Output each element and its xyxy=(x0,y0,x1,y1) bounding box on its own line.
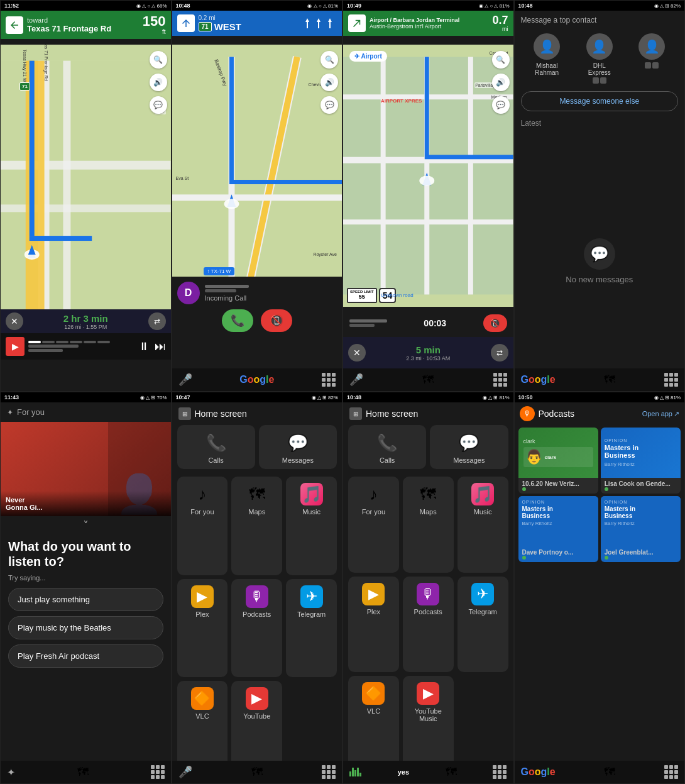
accept-call-btn[interactable]: 📞 xyxy=(222,309,253,332)
search-btn-2[interactable]: 🔍 xyxy=(321,51,338,69)
app-podcasts-6[interactable]: 🎙 Podcasts xyxy=(231,579,282,678)
chevron-down-5[interactable]: ˅ xyxy=(1,516,171,535)
volume-btn-2[interactable]: 🔊 xyxy=(321,74,338,91)
app-maps-6[interactable]: 🗺 Maps xyxy=(231,477,282,575)
time-3: 10:49 xyxy=(347,3,361,9)
apps-grid-4[interactable] xyxy=(664,373,678,387)
screen-2-nav-call: 10:48 ◉ △ ○ △81% 0.2 mi 71 WEST xyxy=(172,0,343,392)
app-calls-6[interactable]: 📞 Calls xyxy=(177,425,255,469)
apps-grid-7[interactable] xyxy=(493,765,507,779)
compass-btn-3[interactable]: 💬 xyxy=(492,96,510,114)
road-shield-71: 71 xyxy=(19,82,30,91)
app-calls-7[interactable]: 📞 Calls xyxy=(348,425,426,469)
nav-close-1[interactable]: ✕ xyxy=(6,312,23,330)
apps-grid-3[interactable] xyxy=(493,373,507,387)
search-btn-3[interactable]: 🔍 xyxy=(492,51,510,69)
end-call-btn[interactable]: 📵 xyxy=(483,314,507,332)
nav-close-3[interactable]: ✕ xyxy=(348,344,366,362)
app-messages-6[interactable]: 💬 Messages xyxy=(259,425,337,469)
mic-icon-3[interactable]: 🎤 xyxy=(349,373,363,387)
mic-icon-6[interactable]: 🎤 xyxy=(178,765,192,779)
svg-rect-22 xyxy=(381,57,386,295)
music-icon-7: 🎵 xyxy=(471,483,494,505)
google-icon-4[interactable]: Google xyxy=(521,374,556,385)
open-app-btn-8[interactable]: Open app ↗ xyxy=(642,410,679,418)
bottom-bar-4: Google 🗺 xyxy=(515,368,685,391)
road-label-71: Texas Hwy 21 W xyxy=(23,49,27,82)
compass-btn-2[interactable]: 💬 xyxy=(321,96,338,114)
suggestion-2[interactable]: Play music by the Beatles xyxy=(8,616,163,639)
compass-btn-1[interactable]: 💬 xyxy=(150,96,167,114)
suggestion-1[interactable]: Just play something xyxy=(8,588,163,611)
suggestion-3[interactable]: Play Fresh Air podcast xyxy=(8,644,163,668)
pause-btn-1[interactable]: ⏸ xyxy=(138,340,150,353)
podcast-item-clark[interactable]: clark 👨 clark 10.6.20 New Veriz... xyxy=(518,428,598,494)
maps-icon-4[interactable]: 🗺 xyxy=(604,373,615,387)
search-btn-1[interactable]: 🔍 xyxy=(150,51,167,69)
podcast-header-left-8: 🎙 Podcasts xyxy=(520,406,575,421)
msg-someone-else-btn[interactable]: Message someone else xyxy=(521,91,679,111)
apps-grid-8[interactable] xyxy=(664,765,678,779)
podcast-thumb-masters1: Opinion Masters inBusiness Barry Ritholt… xyxy=(601,428,681,478)
volume-btn-3[interactable]: 🔊 xyxy=(492,74,510,91)
route-options-1[interactable]: ⇄ xyxy=(148,312,166,330)
contact-third[interactable]: 👤 xyxy=(638,33,665,84)
google-icon-2[interactable]: Google xyxy=(239,374,274,385)
media-controls-1: ⏸ ⏭ xyxy=(138,340,166,353)
svg-rect-24 xyxy=(468,57,473,295)
contact-name-mishaal: MishaalRahman xyxy=(535,62,559,76)
app-telegram-6[interactable]: ✈ Telegram xyxy=(286,579,337,678)
svg-rect-2 xyxy=(63,61,70,317)
podcast-thumb-clark: clark 👨 clark xyxy=(518,428,598,478)
maps-icon-6b[interactable]: 🗺 xyxy=(251,766,263,779)
podcasts-label-6: Podcasts xyxy=(243,610,271,618)
app-foryou-6[interactable]: ♪ For you xyxy=(177,477,228,575)
route-shield-71: 71 xyxy=(199,22,212,31)
no-messages-text: No new messages xyxy=(566,275,633,284)
nav-unit-1: ft xyxy=(143,28,166,35)
podcast-item-third[interactable]: Opinion Masters inBusiness Barry Ritholt… xyxy=(518,496,598,562)
sparkle-icon: ✦ xyxy=(7,408,13,417)
contact-avatar-dhl: 👤 xyxy=(586,33,613,60)
apps-grid-2[interactable] xyxy=(322,373,336,387)
svg-rect-5 xyxy=(26,61,45,317)
podcast-item-masters1[interactable]: Opinion Masters inBusiness Barry Ritholt… xyxy=(601,428,681,494)
status-bar-2: 10:48 ◉ △ ○ △81% xyxy=(172,1,342,11)
nav-distance-label-2: 0.2 mi xyxy=(199,14,300,21)
apps-grid-6[interactable] xyxy=(322,765,336,779)
app-podcasts-7[interactable]: 🎙 Podcasts xyxy=(403,577,454,673)
status-bar-7: 10:48 ◉ △ ⊞81% xyxy=(343,392,513,402)
next-btn-1[interactable]: ⏭ xyxy=(155,340,166,353)
maps-icon-8[interactable]: 🗺 xyxy=(604,766,615,779)
google-maps-icon-3[interactable]: 🗺 xyxy=(422,373,434,387)
maps-icon-5[interactable]: 🗺 xyxy=(77,766,89,779)
podcast-item-joel[interactable]: Opinion Masters inBusiness Barry Ritholt… xyxy=(601,496,681,562)
equalizer-icon-7 xyxy=(349,768,361,776)
contact-avatar-third: 👤 xyxy=(638,33,665,60)
caller-name-bars xyxy=(205,285,249,292)
route-options-3[interactable]: ⇄ xyxy=(491,344,508,362)
mic-icon-2[interactable]: 🎤 xyxy=(178,373,192,387)
app-plex-7[interactable]: ▶ Plex xyxy=(348,577,399,673)
eta-section-1: 2 hr 3 min 126 mi · 1:55 PM xyxy=(23,313,148,330)
status-bar-4: 10:48 ◉ △ ⊞82% xyxy=(515,1,685,11)
app-music-6[interactable]: 🎵 Music xyxy=(286,477,337,575)
joel-show-title: Masters inBusiness xyxy=(605,505,677,519)
app-foryou-7[interactable]: ♪ For you xyxy=(348,477,399,573)
app-music-7[interactable]: 🎵 Music xyxy=(458,477,508,573)
no-messages-icon: 💬 xyxy=(584,238,615,270)
apps-grid-5[interactable] xyxy=(151,765,165,779)
app-telegram-7[interactable]: ✈ Telegram xyxy=(458,577,508,673)
contact-mishaal[interactable]: 👤 MishaalRahman xyxy=(534,33,560,84)
contact-dhl[interactable]: 👤 DHLExpress xyxy=(586,33,613,84)
messages-label-7: Messages xyxy=(453,456,485,464)
music-label-6: Music xyxy=(302,508,321,516)
decline-call-btn[interactable]: 📵 xyxy=(261,309,292,332)
google-icon-8[interactable]: Google xyxy=(521,766,556,778)
app-plex-6[interactable]: ▶ Plex xyxy=(177,579,228,678)
home-header-icon-7: ⊞ xyxy=(349,407,362,420)
volume-btn-1[interactable]: 🔊 xyxy=(150,74,167,91)
app-maps-7[interactable]: 🗺 Maps xyxy=(403,477,454,573)
app-messages-7[interactable]: 💬 Messages xyxy=(430,425,508,469)
maps-icon-7b[interactable]: 🗺 xyxy=(446,766,457,779)
